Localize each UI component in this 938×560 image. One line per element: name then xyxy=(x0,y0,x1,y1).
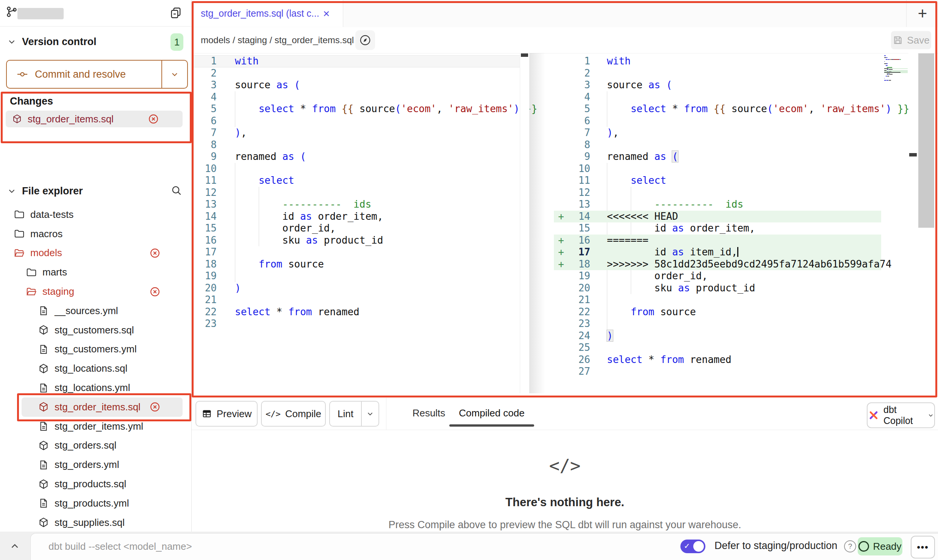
diff-gutter xyxy=(554,139,568,151)
file-tree-item-data-tests[interactable]: data-tests xyxy=(5,205,183,224)
code-icon: </> xyxy=(192,455,938,476)
right-pane-scrollbar-thumb[interactable] xyxy=(918,53,934,228)
save-floppy-icon xyxy=(893,35,903,45)
code-line-1: 1with xyxy=(193,55,520,67)
dbt-copilot-button[interactable]: dbt Copilot xyxy=(867,402,935,428)
left-pane-scrollbar-thumb[interactable] xyxy=(521,53,528,57)
line-number: 1 xyxy=(193,55,226,67)
lint-dropdown-button[interactable] xyxy=(361,402,378,426)
left-pane-scrollbar[interactable] xyxy=(520,53,530,393)
line-number: 18 xyxy=(193,258,226,271)
file-tree-item-stg_locations.sql[interactable]: stg_locations.sql xyxy=(5,359,183,378)
code-line-23: 23 xyxy=(554,318,881,330)
file-tree-item-stg_orders.yml[interactable]: stg_orders.yml xyxy=(5,455,183,474)
lineage-compass-icon[interactable] xyxy=(355,30,375,50)
file-tree-item-__sources.yml[interactable]: __sources.yml xyxy=(5,301,183,321)
new-tab-zone: + xyxy=(906,0,938,27)
diff-gutter xyxy=(554,55,568,67)
file-tree-item-macros[interactable]: macros xyxy=(5,224,183,244)
file-tree-item-stg_orders.sql[interactable]: stg_orders.sql xyxy=(5,436,183,455)
tab-title: stg_order_items.sql (last c... xyxy=(201,8,319,19)
diff-gutter xyxy=(554,282,568,294)
ready-status-badge[interactable]: Ready xyxy=(858,537,902,555)
diff-added-marker: + xyxy=(554,211,568,223)
minimap-slider-handle[interactable] xyxy=(909,153,917,156)
code-line-9: 9renamed as ( xyxy=(554,151,881,163)
folder-icon xyxy=(26,267,37,278)
line-number: 26 xyxy=(568,354,599,366)
file-label: stg_products.yml xyxy=(55,497,129,509)
copy-files-icon[interactable] xyxy=(169,6,183,20)
code-line-4: 4 xyxy=(554,91,881,103)
code-line-14: 14 id as order_item, xyxy=(193,211,520,223)
new-tab-icon[interactable]: + xyxy=(918,6,927,22)
line-number: 10 xyxy=(568,163,599,175)
discard-change-icon[interactable] xyxy=(149,401,161,413)
file-tree-item-stg_customers.sql[interactable]: stg_customers.sql xyxy=(5,321,183,340)
minimap-slider-track[interactable] xyxy=(908,53,918,393)
commit-dropdown-button[interactable] xyxy=(161,61,187,88)
breadcrumb: models / staging / stg_order_items.sql xyxy=(201,27,354,53)
editor-pane-original[interactable]: 1with23source as (45 select * from {{ so… xyxy=(193,55,520,330)
version-control-header[interactable]: Version control xyxy=(0,32,191,52)
line-number: 6 xyxy=(193,115,226,127)
diff-gutter xyxy=(554,187,568,199)
file-tree-item-stg_products.yml[interactable]: stg_products.yml xyxy=(5,494,183,513)
diff-gutter xyxy=(554,91,568,103)
model-icon xyxy=(38,401,49,413)
save-button[interactable]: Save xyxy=(891,31,931,49)
file-tree-item-stg_order_items.yml[interactable]: stg_order_items.yml xyxy=(5,417,183,436)
editor-minimap[interactable] xyxy=(884,55,908,82)
help-icon[interactable]: ? xyxy=(844,540,856,552)
file-tree-item-stg_locations.yml[interactable]: stg_locations.yml xyxy=(5,378,183,397)
tab-compiled-code[interactable]: Compiled code xyxy=(456,401,527,425)
code-line-2: 2 xyxy=(193,67,520,80)
line-number: 19 xyxy=(568,270,599,282)
command-input[interactable]: dbt build --select <model_name> xyxy=(48,541,192,552)
more-options-button[interactable]: ••• xyxy=(911,536,935,558)
file-tree-item-stg_products.sql[interactable]: stg_products.sql xyxy=(5,474,183,494)
discard-change-icon[interactable] xyxy=(149,247,161,259)
compile-button[interactable]: </> Compile xyxy=(261,401,326,427)
file-tree-item-stg_supplies.sql[interactable]: stg_supplies.sql xyxy=(5,513,183,532)
file-tree-item-models[interactable]: models xyxy=(5,244,183,263)
code-line-27: 27 xyxy=(554,366,881,378)
discard-change-icon[interactable] xyxy=(148,113,159,125)
close-tab-icon[interactable]: × xyxy=(323,7,330,20)
code-line-22: 22 from source xyxy=(554,306,881,318)
line-number: 10 xyxy=(193,163,226,175)
diff-gutter xyxy=(554,354,568,366)
save-label: Save xyxy=(907,34,929,46)
file-tree-item-stg_order_items.sql[interactable]: stg_order_items.sql xyxy=(22,397,183,417)
file-tree-item-stg_customers.yml[interactable]: stg_customers.yml xyxy=(5,340,183,359)
discard-change-icon[interactable] xyxy=(149,286,161,297)
file-label: __sources.yml xyxy=(55,305,118,317)
tab-stg-order-items[interactable]: stg_order_items.sql (last c... × xyxy=(192,0,343,27)
line-number: 9 xyxy=(568,151,599,163)
line-number: 15 xyxy=(568,222,599,235)
empty-state-subtitle: Press Compile above to preview the SQL d… xyxy=(192,519,938,531)
file-tree-item-staging[interactable]: staging xyxy=(5,282,183,301)
changed-file-row[interactable]: stg_order_items.sql xyxy=(6,111,183,127)
diff-added-marker: + xyxy=(554,246,568,258)
file-tree-item-marts[interactable]: marts xyxy=(5,263,183,282)
tab-results[interactable]: Results xyxy=(408,401,450,425)
defer-toggle[interactable]: ✓ xyxy=(680,540,705,553)
file-icon xyxy=(38,421,49,432)
code-line-18: 18 from source xyxy=(193,258,520,271)
preview-button[interactable]: Preview xyxy=(195,401,258,427)
diff-gutter xyxy=(554,115,568,127)
file-explorer-header[interactable]: File explorer xyxy=(0,181,191,201)
commit-and-resolve-button[interactable]: Commit and resolve xyxy=(6,60,188,89)
line-number: 16 xyxy=(193,235,226,247)
search-icon[interactable] xyxy=(170,185,183,197)
lint-button[interactable]: Lint xyxy=(329,401,379,427)
file-label: stg_locations.yml xyxy=(55,382,130,394)
line-number: 23 xyxy=(193,318,226,330)
chevron-up-icon[interactable] xyxy=(9,541,20,552)
line-number: 8 xyxy=(568,139,599,151)
code-line-1: 1with xyxy=(554,55,881,67)
compiled-code-empty-state: </> There's nothing here. Press Compile … xyxy=(192,432,938,531)
diff-added-marker: + xyxy=(554,235,568,247)
editor-pane-current[interactable]: 1with23source as (45 select * from {{ so… xyxy=(554,55,881,378)
